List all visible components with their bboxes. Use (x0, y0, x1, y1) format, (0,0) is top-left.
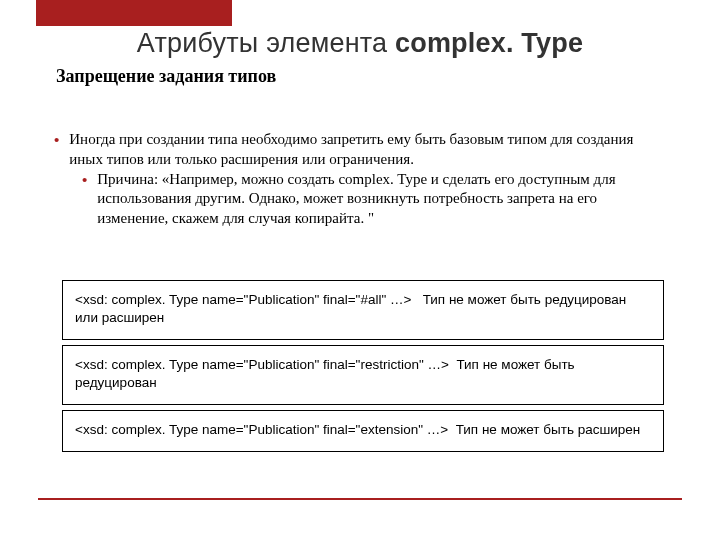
code-example-1: <xsd: complex. Type name="Publication" f… (62, 280, 664, 340)
code-3-code: <xsd: complex. Type name="Publication" f… (75, 422, 448, 437)
bullet-2-text: Причина: «Например, можно создать comple… (97, 170, 666, 229)
subtitle: Запрещение задания типов (56, 66, 276, 87)
accent-bar (36, 0, 232, 26)
title-bold: complex. Type (395, 28, 583, 58)
code-example-2: <xsd: complex. Type name="Publication" f… (62, 345, 664, 405)
body-text: • Иногда при создании типа необходимо за… (54, 130, 666, 229)
bullet-icon: • (82, 170, 87, 229)
bullet-icon: • (54, 130, 59, 170)
code-2-code: <xsd: complex. Type name="Publication" f… (75, 357, 449, 372)
code-3-desc: Тип не может быть расширен (456, 422, 641, 437)
bullet-1: • Иногда при создании типа необходимо за… (54, 130, 666, 170)
bullet-2: • Причина: «Например, можно создать comp… (82, 170, 666, 229)
title-prefix: Атрибуты элемента (137, 28, 395, 58)
bottom-rule (38, 498, 682, 500)
code-example-3: <xsd: complex. Type name="Publication" f… (62, 410, 664, 452)
bullet-1-text: Иногда при создании типа необходимо запр… (69, 130, 666, 170)
code-1-code: <xsd: complex. Type name="Publication" f… (75, 292, 411, 307)
slide: Атрибуты элемента complex. Type Запрещен… (0, 0, 720, 540)
page-title: Атрибуты элемента complex. Type (0, 28, 720, 59)
